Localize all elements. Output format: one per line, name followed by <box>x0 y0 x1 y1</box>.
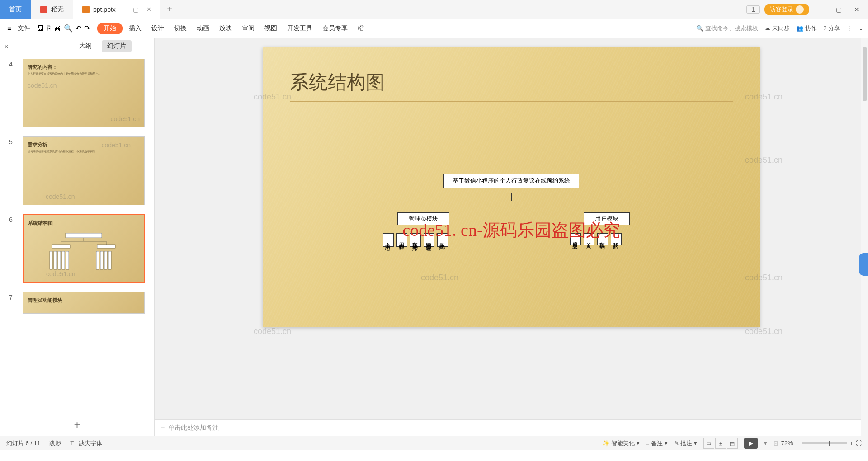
slide-content[interactable]: 系统结构图 基于微信小程序的个人行政复议在线预约系统 管理员模块 用户模块 <box>263 47 760 327</box>
zoom-slider[interactable] <box>802 442 847 444</box>
outline-tab[interactable]: 大纲 <box>74 40 97 52</box>
ribbon-member[interactable]: 会员专享 <box>319 23 351 34</box>
search-icon: 🔍 <box>696 25 703 32</box>
view-normal-button[interactable]: ▭ <box>703 438 714 449</box>
zoom-out-button[interactable]: − <box>796 440 799 447</box>
slides-tab[interactable]: 幻灯片 <box>102 40 132 52</box>
thumb-number: 6 <box>9 214 18 283</box>
status-lang[interactable]: 跋涉 <box>49 439 61 447</box>
ribbon: ≡ 文件 🖫 ⎘ 🖨 🔍 ↶ ↷ 开始 插入 设计 切换 动画 放映 审阅 视图… <box>0 19 868 38</box>
tab-daoke[interactable]: 稻壳 <box>31 0 73 19</box>
notes-bar[interactable]: ≡单击此处添加备注 <box>155 419 868 436</box>
svg-rect-11 <box>66 251 69 269</box>
ribbon-slideshow[interactable]: 放映 <box>216 23 236 34</box>
collapse-panel-icon[interactable]: « <box>5 42 8 50</box>
chart-root-node: 基于微信小程序的个人行政复议在线预约系统 <box>443 174 579 188</box>
thumbnail-7[interactable]: 管理员功能模块 <box>23 292 145 314</box>
watermark: code51.cn <box>745 273 783 282</box>
thumbnail-6[interactable]: 系统结构图 code51.cn <box>23 214 145 283</box>
export-icon[interactable]: ⎘ <box>47 24 51 33</box>
tab-window-icon[interactable]: ▢ <box>133 6 139 13</box>
svg-rect-8 <box>54 251 57 269</box>
ribbon-design[interactable]: 设计 <box>148 23 168 34</box>
search-input[interactable]: 🔍查找命令、搜索模板 <box>696 24 758 33</box>
daoke-icon <box>40 6 47 13</box>
avatar-icon <box>796 5 804 14</box>
thumb-number: 4 <box>9 59 18 127</box>
redo-icon[interactable]: ↷ <box>84 24 90 33</box>
svg-rect-7 <box>50 251 52 269</box>
ribbon-start[interactable]: 开始 <box>97 23 123 34</box>
svg-rect-0 <box>66 233 102 238</box>
slide-position: 幻灯片 6 / 11 <box>6 439 40 447</box>
overlay-watermark-text: code51. cn-源码乐园盗图必究 <box>402 219 620 242</box>
preview-icon[interactable]: 🔍 <box>64 24 73 33</box>
statusbar: 幻灯片 6 / 11 跋涉 T⁺ 缺失字体 ✨ 智能美化 ▾ ≡ 备注 ▾ ✎ … <box>0 436 868 450</box>
share-icon: ⤴ <box>823 25 826 32</box>
vertical-scrollbar[interactable] <box>861 38 868 436</box>
add-slide-button[interactable]: + <box>0 414 154 436</box>
zoom-in-button[interactable]: + <box>849 440 853 447</box>
svg-rect-9 <box>58 251 61 269</box>
fullscreen-icon[interactable]: ⛶ <box>856 440 862 447</box>
ribbon-insert[interactable]: 插入 <box>125 23 145 34</box>
watermark: code51.cn <box>421 273 458 282</box>
beautify-button[interactable]: ✨ 智能美化 ▾ <box>602 439 639 447</box>
collab-button[interactable]: 👥协作 <box>796 24 817 33</box>
ribbon-devtools[interactable]: 开发工具 <box>283 23 316 34</box>
zoom-control[interactable]: ⊡ 72% − + ⛶ <box>774 440 862 447</box>
view-reading-button[interactable]: ▤ <box>727 438 738 449</box>
cloud-icon: ☁ <box>764 25 770 32</box>
svg-rect-15 <box>108 251 111 269</box>
ppt-icon <box>82 6 90 13</box>
canvas-scroll[interactable]: 系统结构图 基于微信小程序的个人行政复议在线预约系统 管理员模块 用户模块 <box>155 38 868 419</box>
scrollbar-thumb[interactable] <box>863 47 867 101</box>
login-button[interactable]: 访客登录 <box>764 4 809 15</box>
ribbon-view[interactable]: 视图 <box>261 23 281 34</box>
svg-rect-10 <box>62 251 65 269</box>
slide-title[interactable]: 系统结构图 <box>290 70 385 95</box>
hamburger-icon[interactable]: ≡ <box>7 24 11 33</box>
badge-icon[interactable]: 1 <box>746 5 760 14</box>
svg-rect-14 <box>104 251 107 269</box>
missing-font-button[interactable]: T⁺ 缺失字体 <box>70 439 102 447</box>
thumbnail-list[interactable]: 4研究的内容：个人行政复议在线预约系统的主要使用者分为管理员和用户...code… <box>0 54 154 414</box>
slideshow-button[interactable]: ▶ <box>744 438 758 449</box>
ribbon-more[interactable]: 稻 <box>354 23 368 34</box>
maximize-button[interactable]: ▢ <box>832 6 845 13</box>
right-panel-handle[interactable] <box>859 253 868 276</box>
ribbon-review[interactable]: 审阅 <box>238 23 258 34</box>
share-button[interactable]: ⤴分享 <box>823 24 840 33</box>
tab-file[interactable]: ppt.pptx▢× <box>73 0 160 19</box>
ribbon-transition[interactable]: 切换 <box>170 23 190 34</box>
minimize-button[interactable]: — <box>814 6 827 13</box>
add-tab-button[interactable]: + <box>160 4 179 14</box>
thumb-number: 7 <box>9 292 18 314</box>
svg-rect-12 <box>96 251 99 269</box>
notes-button[interactable]: ≡ 备注 ▾ <box>646 439 668 447</box>
watermark: code51.cn <box>254 327 291 336</box>
people-icon: 👥 <box>796 25 803 32</box>
sync-button[interactable]: ☁未同步 <box>764 24 790 33</box>
collapse-ribbon-icon[interactable]: ⌄ <box>859 25 863 32</box>
ribbon-animation[interactable]: 动画 <box>193 23 213 34</box>
thumb-number: 5 <box>9 136 18 205</box>
canvas-area: 系统结构图 基于微信小程序的个人行政复议在线预约系统 管理员模块 用户模块 <box>155 38 868 436</box>
view-sorter-button[interactable]: ⊞ <box>715 438 726 449</box>
comments-button[interactable]: ✎ 批注 ▾ <box>674 439 697 447</box>
more-icon[interactable]: ⋮ <box>846 25 852 32</box>
thumbnail-4[interactable]: 研究的内容：个人行政复议在线预约系统的主要使用者分为管理员和用户...code5… <box>23 59 145 127</box>
undo-icon[interactable]: ↶ <box>75 24 81 33</box>
file-menu[interactable]: 文件 <box>14 23 34 34</box>
mini-chart-icon <box>43 233 124 274</box>
slide-panel: « 大纲 幻灯片 4研究的内容：个人行政复议在线预约系统的主要使用者分为管理员和… <box>0 38 155 436</box>
print-icon[interactable]: 🖨 <box>54 24 61 33</box>
fit-icon[interactable]: ⊡ <box>774 440 778 447</box>
tab-home[interactable]: 首页 <box>0 0 31 19</box>
divider <box>290 101 733 102</box>
save-icon[interactable]: 🖫 <box>37 24 44 33</box>
watermark: code51.cn <box>254 92 291 102</box>
close-icon[interactable]: × <box>147 5 151 14</box>
thumbnail-5[interactable]: 需求分析任何系统都要遵循系统设计的基本流程，本系统也不例外...code51.c… <box>23 136 145 205</box>
close-button[interactable]: ✕ <box>850 6 863 13</box>
